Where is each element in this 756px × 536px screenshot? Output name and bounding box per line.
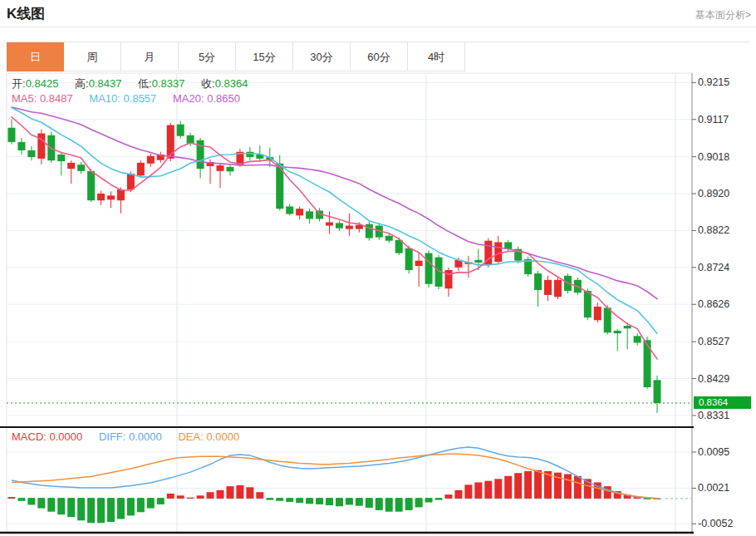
axis-tick-label: 0.8822 (698, 224, 729, 236)
macd-bar-down (395, 499, 403, 512)
open-value: 0.8425 (26, 77, 59, 90)
macd-bar-down (356, 499, 363, 506)
ma10-line (12, 108, 657, 334)
candle-down (584, 291, 592, 317)
macd-bar-down (67, 499, 75, 517)
macd-bar-up (226, 486, 233, 499)
macd-bar-up (564, 474, 572, 498)
macd-bar-up (197, 495, 204, 499)
ma5-value: MA5: 0.8487 (12, 92, 73, 105)
macd-bar-down (425, 499, 433, 503)
axis-tick-label: 0.9018 (698, 151, 729, 163)
kline-page: { "header": { "title": "K线图", "link_labe… (0, 0, 756, 536)
macd-bar-down (326, 499, 333, 505)
macd-bar-down (316, 499, 323, 504)
axis-tick-label: 0.8724 (698, 262, 729, 273)
candle-up (494, 242, 502, 262)
candle-down (226, 167, 233, 171)
candle-up (594, 307, 601, 320)
axis-tick-label: 0.0095 (698, 446, 729, 458)
macd-bar-down (17, 499, 25, 501)
axis-tick-label: 0.8527 (698, 336, 729, 347)
axis-tick-label: 0.8331 (698, 410, 729, 421)
candle-up (107, 195, 115, 199)
candle-up (127, 174, 135, 189)
candle-down (405, 248, 413, 270)
candle-down (7, 128, 15, 142)
macd-bar-down (87, 499, 95, 523)
axis-tick-label: 0.8626 (698, 298, 729, 310)
macd-bar-up (484, 481, 492, 499)
macd-bar-up (167, 494, 174, 499)
macd-bar-down (137, 499, 145, 512)
macd-bar-up (207, 492, 214, 499)
high-value: 0.8437 (89, 77, 122, 90)
candle-up (415, 261, 423, 266)
macd-bar-up (217, 490, 224, 499)
candle-up (147, 156, 155, 164)
close-value: 0.8364 (215, 77, 248, 90)
macd-bar-down (127, 499, 135, 516)
ma10-value: MA10: 0.8557 (89, 92, 156, 105)
candle-down (634, 336, 641, 342)
macd-bar-up (246, 487, 253, 499)
macd-bar-down (37, 499, 45, 509)
macd-bar-down (147, 499, 155, 509)
low-value: 0.8337 (152, 77, 185, 90)
macd-bar-down (157, 499, 164, 504)
candle-up (37, 134, 45, 159)
candle-down (385, 236, 393, 241)
macd-bar-down (336, 499, 343, 506)
close-label: 收: (201, 77, 215, 90)
candle-up (117, 189, 125, 200)
macd-bar-up (256, 492, 263, 499)
macd-bar-up (494, 479, 502, 499)
macd-bar-up (444, 494, 452, 499)
macd-bar-up (504, 476, 512, 499)
last-price-tag: 0.8364 (694, 396, 751, 409)
macd-bar-down (107, 499, 115, 522)
candle-down (57, 155, 65, 161)
candle-up (67, 163, 75, 169)
candle-down (604, 307, 611, 332)
axis-tick-label: 0.9215 (698, 76, 729, 88)
candle-down (87, 171, 95, 200)
ma5-line (12, 117, 657, 359)
candle-down (425, 253, 433, 284)
macd-bar-down (266, 499, 273, 500)
macd-bar-down (296, 499, 303, 503)
macd-bar-up (604, 486, 611, 499)
macd-bar-down (27, 499, 35, 505)
macd-bar-up (474, 482, 482, 498)
candle-down (286, 206, 293, 214)
candle-down (246, 152, 253, 157)
low-label: 低: (138, 77, 152, 90)
ma20-value: MA20: 0.8650 (173, 92, 240, 105)
macd-bar-up (177, 495, 184, 499)
macd-bar-up (534, 470, 542, 499)
candle-down (644, 340, 651, 387)
candle-up (97, 194, 105, 200)
macd-bar-up (7, 497, 15, 499)
candle-up (217, 165, 224, 171)
macd-bar-down (77, 499, 85, 520)
macd-bar-up (454, 490, 462, 499)
axis-tick-label: 0.8429 (698, 373, 729, 385)
candle-up (346, 226, 353, 229)
axis-tick-label: 0.9117 (698, 114, 729, 125)
candle-down (336, 223, 343, 228)
candle-down (187, 135, 194, 144)
ma20-line (12, 107, 657, 299)
ohlc-row: 开:0.8425 高:0.8437 低:0.8337 收:0.8364 (12, 76, 261, 91)
candle-down (654, 380, 661, 403)
ma-row: MA5: 0.8487 MA10: 0.8557 MA20: 0.8650 (12, 92, 253, 105)
candle-up (544, 280, 552, 295)
dea-value: DEA: 0.0000 (178, 430, 239, 443)
macd-bar-down (117, 499, 125, 519)
candle-down (306, 211, 313, 219)
candle-down (77, 165, 85, 171)
candle-down (177, 125, 184, 136)
macd-bar-down (97, 499, 105, 523)
candle-up (326, 222, 333, 225)
macd-bar-down (346, 499, 353, 505)
